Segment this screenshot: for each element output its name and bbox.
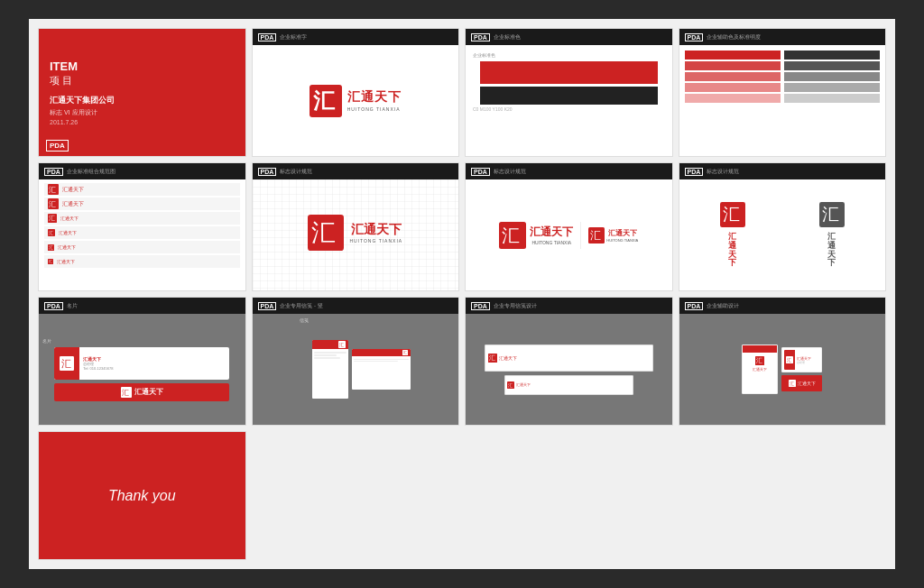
logo-size-icon-1: 汇 (48, 184, 59, 195)
envelope-small-text: 汇通天下 (516, 382, 531, 387)
stationery-card-info: 总经理 (797, 361, 811, 364)
stationery-card-back-icon: 汇 (789, 380, 796, 387)
slide-stationery: PDA 企业辅助设计 汇 汇通天下 (679, 297, 887, 426)
letterhead-h-line-1 (354, 359, 409, 360)
stationery-card-text-area: 汇通天下 总经理 (795, 355, 813, 365)
svg-text:汇: 汇 (312, 218, 337, 245)
pda-badge-10: PDA (258, 302, 277, 310)
logo-variant-icon-1: 汇 (720, 202, 745, 227)
letterhead-h-logo: 汇 (402, 350, 408, 355)
slide10-title: 企业专用信笺 - 竖 (280, 302, 322, 310)
pda-badge-8: PDA (685, 168, 704, 176)
logo-size-row-4: 汇 汇通天下 (44, 226, 240, 239)
pda-badge-9: PDA (44, 302, 63, 310)
biz-card-info: 汇通天下 总经理 Tel: 010-12345678 (79, 354, 116, 372)
stationery-card-icon: 汇 (786, 356, 793, 363)
gray-swatch-1 (784, 51, 880, 60)
logo-size-row-2: 汇 汇通天下 (44, 198, 240, 210)
slide4-title: 企业辅助色及标准明度 (707, 33, 761, 41)
red-swatch-4 (685, 83, 781, 92)
divider (580, 222, 581, 249)
letterhead-line-1 (314, 352, 346, 354)
logo-size-text-4: 汇通天下 (59, 230, 77, 235)
logo-display: 汇 汇通天下 HUITONG TIANXIA (310, 85, 402, 117)
slide-envelope: PDA 企业专用信笺设计 汇 汇通天下 (465, 297, 673, 426)
logo-size-row-1: 汇 汇通天下 (44, 183, 240, 196)
logo-scale-en-small: HUITONG TIANXIA (606, 238, 638, 243)
svg-text:汇: 汇 (756, 357, 762, 363)
subtitle: 标志 VI 应用设计 (50, 108, 235, 117)
biz-card-red-strip: 汇 (54, 347, 79, 380)
stationery-card-2: 汇 汇通天下 (781, 375, 822, 391)
biz-card-back-icon: 汇 (121, 387, 132, 398)
slide12-header: PDA 企业辅助设计 (679, 298, 886, 314)
biz-card-phone: Tel: 010-12345678 (83, 366, 113, 371)
stationery-card-back-content: 汇 汇通天下 (789, 380, 816, 387)
slide9-title: 名片 (67, 302, 78, 310)
slide2-header: PDA 企业标准字 (253, 29, 459, 45)
slide-cover: ITEM 项 目 汇通天下集团公司 标志 VI 应用设计 2011.7.26 P… (38, 28, 246, 157)
biz-card-logo: 汇 (60, 356, 74, 371)
slide5-title: 企业标准组合规范图 (67, 168, 116, 176)
logo-scale-large-icon: 汇 (499, 222, 526, 249)
envelope-small: 汇 汇通天下 (504, 375, 633, 395)
pda-badge-12: PDA (685, 302, 704, 310)
svg-text:汇: 汇 (313, 88, 336, 113)
svg-text:汇: 汇 (49, 215, 55, 221)
slide8-header: PDA 标志设计规范 (679, 163, 886, 179)
svg-text:汇: 汇 (790, 381, 794, 386)
svg-text:汇: 汇 (49, 230, 53, 235)
slide-palette: PDA 企业辅助色及标准明度 (679, 28, 887, 157)
project-label: 项 目 (50, 74, 235, 87)
svg-text:汇: 汇 (122, 388, 129, 396)
red-swatch-5 (685, 94, 781, 103)
slide10-header: PDA 企业专用信笺 - 竖 (253, 298, 459, 314)
slide11-title: 企业专用信笺设计 (494, 302, 537, 310)
logo-scale-small: 汇 汇通天下 HUITONG TIANXIA (588, 227, 638, 243)
logo-size-text-3: 汇通天下 (60, 216, 79, 221)
stationery-folder-logo: 汇 (755, 356, 764, 365)
logo-size-text-2: 汇通天下 (62, 200, 84, 208)
svg-text:汇: 汇 (787, 357, 791, 363)
company-name: 汇通天下集团公司 (50, 95, 235, 106)
letterhead-h-line-2 (354, 361, 398, 362)
red-color-block (480, 61, 658, 84)
letterhead-h-header: 汇 (352, 349, 411, 356)
letterhead-logo: 汇 (338, 341, 346, 348)
slide5-header: PDA 企业标准组合规范图 (39, 163, 245, 179)
biz-card-back: 汇 汇通天下 (54, 383, 229, 401)
svg-text:汇: 汇 (503, 225, 521, 244)
biz-card-front: 汇 汇通天下 总经理 Tel: 010-12345678 (54, 347, 229, 380)
biz-card-label: 名片 (42, 338, 51, 344)
biz-card-back-text: 汇通天下 (134, 387, 163, 397)
svg-text:汇: 汇 (49, 245, 53, 250)
stationery-set: 汇 汇通天下 汇 (698, 328, 866, 411)
envelope-large: 汇 汇通天下 (485, 345, 653, 372)
slide-letterhead: PDA 企业专用信笺 - 竖 信笺 汇 (252, 297, 460, 426)
logo-cn-text: 汇通天下 (347, 89, 402, 106)
biz-card-back-logo: 汇 汇通天下 (121, 387, 163, 398)
slide4-header: PDA 企业辅助色及标准明度 (679, 29, 886, 45)
svg-text:汇: 汇 (507, 381, 512, 387)
red-swatch-1 (685, 51, 781, 60)
letterhead-body (312, 349, 348, 362)
stationery-card-strip: 汇 (784, 350, 795, 370)
pda-badge-11: PDA (471, 302, 490, 310)
slide-colors: PDA 企业标准色 企业标准色 C0 M100 Y100 K20 (465, 28, 673, 157)
logo-size-text-1: 汇通天下 (62, 186, 84, 194)
logo-en-text: HUITONG TIANXIA (347, 106, 402, 112)
logo-icon-svg: 汇 (310, 85, 342, 117)
black-color-block (480, 87, 658, 105)
slide3-header: PDA 企业标准色 (466, 29, 672, 45)
svg-text:汇: 汇 (339, 342, 344, 347)
logo-variant-icon-2: 汇 (819, 202, 845, 227)
pda-badge-3: PDA (471, 33, 490, 41)
svg-text:汇: 汇 (723, 205, 740, 224)
logo-variant-2: 汇 汇通天下 (819, 202, 845, 269)
color-codes: C0 M100 Y100 K20 (473, 106, 665, 112)
stationery-card-name: 汇通天下 (797, 356, 811, 361)
stationery-folder-text: 汇通天下 (744, 367, 775, 372)
stationery-folder-body: 汇 汇通天下 (743, 353, 777, 373)
pda-badge-2: PDA (258, 33, 277, 41)
svg-text:汇: 汇 (49, 186, 56, 194)
